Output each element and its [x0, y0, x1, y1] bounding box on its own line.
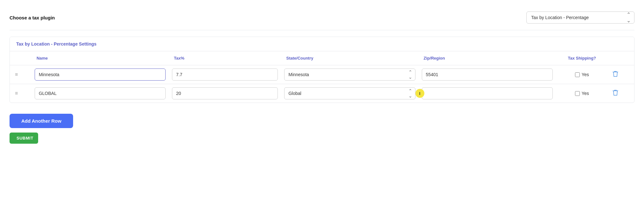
drag-handle-icon[interactable]: ≡	[13, 90, 20, 96]
col-header-shipping: Tax Shipping?	[556, 51, 608, 65]
plugin-chooser-row: Choose a tax plugin Tax by Location - Pe…	[10, 6, 634, 30]
settings-title: Tax by Location - Percentage Settings	[10, 37, 634, 51]
row1-shipping-checkbox[interactable]	[575, 72, 580, 77]
table-row: ≡ Minnesota Global California	[10, 65, 634, 84]
row2-state-cell: Minnesota Global California Texas New Yo…	[281, 84, 418, 103]
row1-tax-cell	[169, 65, 281, 84]
settings-section: Tax by Location - Percentage Settings Na…	[10, 37, 634, 103]
table-header-row: Name Tax% State/Country Zip/Region Tax S…	[10, 51, 634, 65]
row2-shipping-cell: Yes	[556, 84, 608, 103]
row2-shipping-checkbox-wrapper: Yes	[559, 91, 605, 96]
col-header-zip: Zip/Region	[419, 51, 556, 65]
col-header-state: State/Country	[281, 51, 418, 65]
row1-shipping-cell: Yes	[556, 65, 608, 84]
row2-delete-cell	[608, 84, 634, 103]
drag-handle-icon[interactable]: ≡	[13, 72, 20, 77]
buttons-row: Add Another Row SUBMIT	[10, 111, 634, 147]
plugin-select[interactable]: Tax by Location - Percentage Fixed Tax N…	[526, 11, 634, 24]
row2-zip-cell	[419, 84, 556, 103]
cursor-indicator	[415, 89, 424, 98]
row1-state-select-wrapper: Minnesota Global California Texas New Yo…	[284, 68, 415, 81]
row1-name-cell	[31, 65, 169, 84]
add-row-button[interactable]: Add Another Row	[10, 114, 73, 128]
row2-shipping-checkbox[interactable]	[575, 91, 580, 96]
row2-state-select-wrapper: Minnesota Global California Texas New Yo…	[284, 87, 415, 99]
row1-drag-cell: ≡	[10, 65, 31, 84]
row1-zip-input[interactable]	[422, 68, 553, 81]
row1-delete-button[interactable]	[611, 69, 620, 80]
col-header-name: Name	[31, 51, 169, 65]
row2-tax-input[interactable]	[172, 87, 278, 99]
row2-shipping-label[interactable]: Yes	[582, 91, 589, 96]
row2-name-input[interactable]	[35, 87, 166, 99]
row1-zip-cell	[419, 65, 556, 84]
table-row: ≡ Minnesota Global California	[10, 84, 634, 103]
row2-drag-cell: ≡	[10, 84, 31, 103]
col-header-tax: Tax%	[169, 51, 281, 65]
col-header-drag	[10, 51, 31, 65]
row1-state-cell: Minnesota Global California Texas New Yo…	[281, 65, 418, 84]
plugin-chooser-label: Choose a tax plugin	[10, 15, 55, 20]
row1-tax-input[interactable]	[172, 68, 278, 81]
row1-delete-cell	[608, 65, 634, 84]
row1-name-input[interactable]	[35, 68, 166, 81]
col-header-delete	[608, 51, 634, 65]
tax-table: Name Tax% State/Country Zip/Region Tax S…	[10, 51, 634, 103]
row2-zip-input[interactable]	[422, 87, 553, 99]
row2-delete-button[interactable]	[611, 88, 620, 99]
row2-state-select[interactable]: Minnesota Global California Texas New Yo…	[284, 87, 415, 99]
submit-button[interactable]: SUBMIT	[10, 133, 38, 144]
row2-tax-cell	[169, 84, 281, 103]
row1-state-select[interactable]: Minnesota Global California Texas New Yo…	[284, 68, 415, 81]
row1-shipping-checkbox-wrapper: Yes	[559, 72, 605, 77]
page-wrapper: Choose a tax plugin Tax by Location - Pe…	[0, 0, 644, 153]
plugin-select-wrapper: Tax by Location - Percentage Fixed Tax N…	[526, 11, 634, 24]
row2-name-cell	[31, 84, 169, 103]
row1-shipping-label[interactable]: Yes	[582, 72, 589, 77]
